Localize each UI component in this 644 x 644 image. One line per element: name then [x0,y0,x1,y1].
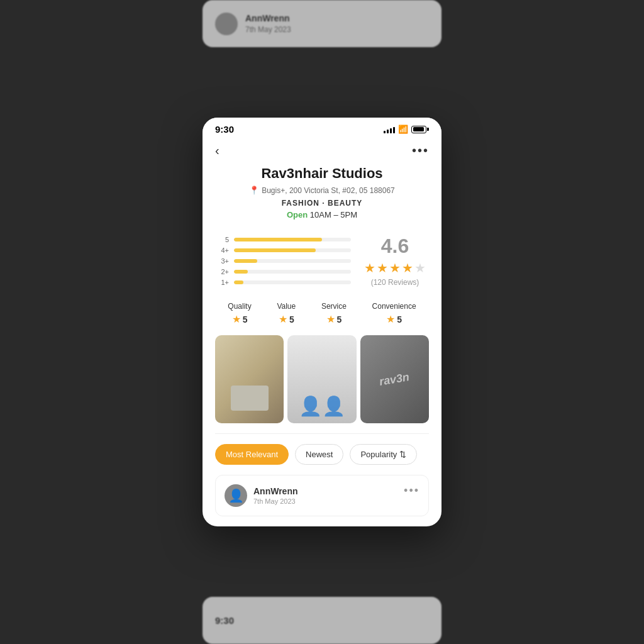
rating-bar-row: 4+ [218,247,351,254]
rating-number: 4.6 [364,235,426,258]
cat-star-icon: ★ [386,313,395,325]
gallery-photo-1[interactable] [215,335,284,423]
cat-score: 5 [289,314,294,325]
cat-score: 5 [397,314,402,325]
back-button[interactable]: ‹ [215,143,219,158]
cat-label: Value [277,302,296,311]
rating-bar-label: 3+ [218,257,229,265]
bar-track [234,280,351,284]
bg-date-top: 7th May 2023 [245,25,291,34]
cat-star-row: ★ 5 [326,313,342,325]
rating-section: 5 4+ 3+ 2+ 1+ 4.6 ★★★★★ (120 Revi [203,227,441,294]
bar-fill [234,248,316,252]
cat-star-row: ★ 5 [386,313,402,325]
hours-text: 10AM – 5PM [310,210,357,219]
bar-track [234,248,351,252]
cat-star-icon: ★ [326,313,335,325]
rating-bar-row: 5 [218,236,351,243]
star-filled-icon: ★ [402,260,413,275]
filter-tab-newest[interactable]: Newest [295,444,343,465]
cat-star-row: ★ 5 [279,313,294,325]
cat-label: Quality [228,302,251,311]
reviewer-details: AnnWrenn 7th May 2023 [253,486,298,505]
business-hours: Open 10AM – 5PM [218,210,426,219]
address-text: Bugis+, 200 Victoria St, #02, 05 188067 [262,186,395,195]
star-filled-icon: ★ [364,260,375,275]
cat-star-row: ★ 5 [232,313,248,325]
star-filled-icon: ★ [377,260,388,275]
filter-tab-most-relevant[interactable]: Most Relevant [215,444,289,465]
rating-bars: 5 4+ 3+ 2+ 1+ [218,236,351,286]
rating-bar-label: 1+ [218,279,229,286]
cat-score: 5 [337,314,342,325]
category-rating-item: Quality ★ 5 [228,302,251,325]
nav-bar: ‹ ••• [203,138,441,160]
bar-track [234,270,351,274]
review-card: 👤 AnnWrenn 7th May 2023 ••• [215,475,429,516]
star-filled-icon: ★ [389,260,401,275]
status-bar: 9:30 📶 [203,118,441,138]
open-label: Open [287,210,308,219]
gallery-photo-3[interactable] [360,335,429,423]
category-ratings: Quality ★ 5 Value ★ 5 Service ★ 5 Conven… [203,294,441,335]
location-pin-icon: 📍 [249,186,259,195]
rating-bar-label: 4+ [218,247,229,254]
business-name: Rav3nhair Studios [218,165,426,182]
cat-label: Service [321,302,347,311]
cat-star-icon: ★ [232,313,241,325]
phone-card: 9:30 📶 ‹ ••• [203,118,441,526]
rating-bar-row: 3+ [218,257,351,265]
reviewer-name: AnnWrenn [253,486,298,496]
cat-label: Convenience [372,302,416,311]
signal-icon [384,126,395,133]
cat-score: 5 [243,314,248,325]
rating-bar-row: 2+ [218,268,351,275]
category-rating-item: Service ★ 5 [321,302,347,325]
photo-gallery [203,335,441,433]
business-address: 📍 Bugis+, 200 Victoria St, #02, 05 18806… [218,186,426,195]
gallery-photo-2[interactable] [287,335,356,423]
bg-name-top: AnnWrenn [245,13,291,23]
sort-chevron-icon: ⇅ [399,450,406,459]
rating-bar-label: 5 [218,236,229,243]
category-rating-item: Convenience ★ 5 [372,302,416,325]
more-menu-button[interactable]: ••• [412,143,429,158]
wifi-icon: 📶 [398,125,408,134]
bg-avatar-top [215,13,238,35]
rating-summary: 4.6 ★★★★★ (120 Reviews) [364,235,426,287]
rating-bar-row: 1+ [218,279,351,286]
bar-fill [234,238,322,242]
review-header: 👤 AnnWrenn 7th May 2023 ••• [225,484,419,507]
cat-star-icon: ★ [279,313,287,325]
bar-track [234,238,351,242]
status-icons: 📶 [384,125,429,134]
reviewer-avatar: 👤 [225,484,247,507]
battery-icon [411,126,429,133]
category-rating-item: Value ★ 5 [277,302,296,325]
bg-time-bottom: 9:30 [215,615,234,626]
star-empty-icon: ★ [414,260,426,275]
business-categories: FASHION · BEAUTY [218,199,426,208]
bg-text-top: AnnWrenn 7th May 2023 [245,13,291,34]
bar-track [234,259,351,263]
reviews-count: (120 Reviews) [364,278,426,287]
status-time: 9:30 [215,124,234,135]
filter-tab-popularity[interactable]: Popularity ⇅ [350,444,417,465]
bar-fill [234,259,257,263]
stars-row: ★★★★★ [364,260,426,275]
review-more-button[interactable]: ••• [404,484,419,497]
business-info: Rav3nhair Studios 📍 Bugis+, 200 Victoria… [203,160,441,227]
bar-fill [234,280,243,284]
filter-tabs: Most RelevantNewestPopularity ⇅ [203,434,441,475]
bar-fill [234,270,248,274]
reviewer-info: 👤 AnnWrenn 7th May 2023 [225,484,298,507]
rating-bar-label: 2+ [218,268,229,275]
reviewer-date: 7th May 2023 [253,497,298,505]
